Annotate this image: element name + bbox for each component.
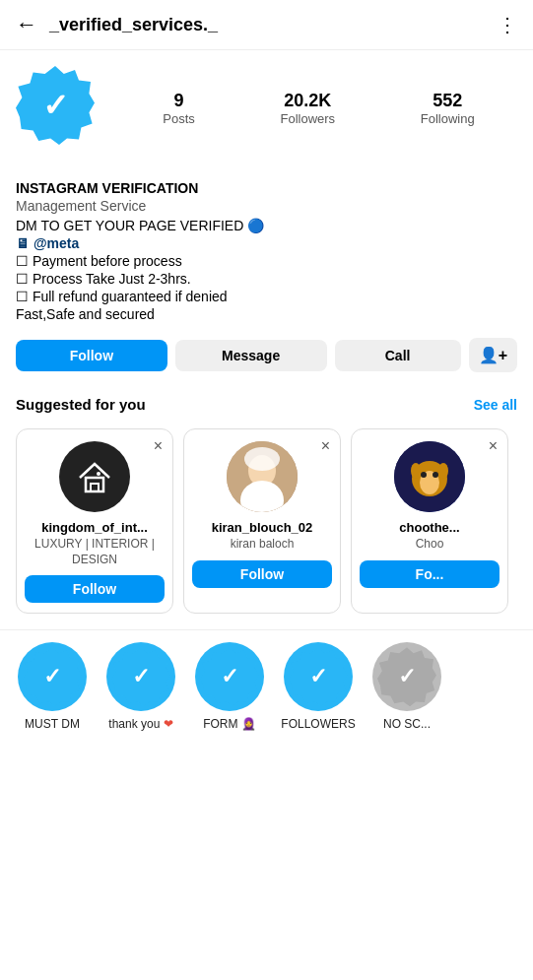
close-card-2-icon[interactable]: × [489,437,498,455]
back-button[interactable]: ← [16,12,37,37]
following-stat[interactable]: 552 Following [421,91,475,126]
avatar: ✓ [16,66,100,151]
card-avatar-1 [227,441,298,512]
header-left: ← _verified_services._ [16,12,218,37]
highlight-label-1: thank you ❤ [108,717,172,731]
highlight-circle-4: ✓ [372,642,441,711]
bio-subtitle: Management Service [16,198,517,214]
suggested-header: Suggested for you See all [0,388,533,421]
bio-name: INSTAGRAM VERIFICATION [16,180,517,196]
card-subtitle-0: LUXURY | INTERIOR | DESIGN [25,537,165,567]
card-subtitle-1: kiran baloch [231,537,295,553]
highlight-label-3: FOLLOWERS [281,717,355,731]
card-username-2: choothe... [399,520,459,535]
highlight-check-1: ✓ [132,664,150,689]
highlight-item-3[interactable]: ✓ FOLLOWERS [274,642,363,731]
highlight-label-0: MUST DM [25,717,80,731]
posts-label: Posts [163,111,195,126]
message-button[interactable]: Message [175,340,327,371]
highlight-item-1[interactable]: ✓ thank you ❤ [97,642,185,731]
highlight-label-4: NO SC... [383,717,431,731]
highlight-check-0: ✓ [43,664,61,689]
call-button[interactable]: Call [335,340,461,371]
highlight-item-0[interactable]: ✓ MUST DM [8,642,97,731]
card-username-1: kiran_blouch_02 [212,520,313,535]
posts-stat: 9 Posts [163,91,195,126]
bio-line4: ☐ Process Take Just 2-3hrs. [16,271,517,287]
close-card-0-icon[interactable]: × [154,437,163,455]
bio-line1: DM TO GET YOUR PAGE VERIFIED 🔵 [16,218,517,233]
bio-meta-link[interactable]: 🖥 @meta [16,235,79,251]
suggested-card-1: × kiran_blouch_02 kiran baloch Follow [183,428,341,614]
following-count: 552 [433,91,462,111]
card-avatar-0 [59,441,130,512]
card-follow-button-2[interactable]: Fo... [360,560,500,588]
card-username-0: kingdom_of_int... [41,520,148,535]
close-card-1-icon[interactable]: × [321,437,330,455]
card-follow-button-0[interactable]: Follow [25,575,165,603]
bio-line5: ☐ Full refund guaranteed if denied [16,289,517,304]
highlights-row: ✓ MUST DM ✓ thank you ❤ ✓ FORM 🧕 ✓ FOLLO… [0,629,533,743]
svg-point-12 [411,463,421,479]
highlight-circle-3: ✓ [284,642,353,711]
suggested-cards: × kingdom_of_int... LUXURY | INTERIOR | … [0,421,533,621]
profile-stats: 9 Posts 20.2K Followers 552 Following [120,91,517,126]
suggested-card-2: × choothe... Choo Fo... [351,428,508,614]
highlight-item-2[interactable]: ✓ FORM 🧕 [185,642,274,731]
highlight-label-2: FORM 🧕 [203,717,256,731]
highlight-item-4[interactable]: ✓ NO SC... [363,642,451,731]
highlight-circle-1: ✓ [106,642,175,711]
card-subtitle-2: Choo [416,537,444,553]
checkmark-icon: ✓ [42,87,69,124]
follow-button[interactable]: Follow [16,340,167,371]
bio-line6: Fast,Safe and secured [16,306,517,322]
bio-line2[interactable]: 🖥 @meta [16,235,517,251]
more-options-icon[interactable]: ⋮ [498,13,517,36]
profile-top: ✓ 9 Posts 20.2K Followers 552 Following [16,66,517,151]
followers-label: Followers [280,111,335,126]
followers-stat[interactable]: 20.2K Followers [280,91,335,126]
svg-point-2 [97,472,100,476]
highlight-circle-0: ✓ [18,642,87,711]
highlight-check-4: ✓ [398,664,416,689]
bio-section: INSTAGRAM VERIFICATION Management Servic… [0,180,533,338]
svg-point-13 [438,463,448,479]
highlight-circle-2: ✓ [195,642,264,711]
profile-section: ✓ 9 Posts 20.2K Followers 552 Following [0,50,533,180]
suggested-title: Suggested for you [16,396,146,413]
add-friend-button[interactable]: 👤+ [469,338,517,372]
svg-point-11 [433,472,438,478]
card-avatar-2 [394,441,465,512]
bio-line3: ☐ Payment before process [16,253,517,269]
highlight-check-2: ✓ [221,664,238,689]
see-all-link[interactable]: See all [474,397,517,413]
card-follow-button-1[interactable]: Follow [192,560,332,588]
highlight-check-3: ✓ [309,664,327,689]
header-username: _verified_services._ [49,15,218,35]
header: ← _verified_services._ ⋮ [0,0,533,50]
verified-badge: ✓ [16,66,95,145]
svg-point-6 [244,447,280,471]
posts-count: 9 [174,91,184,111]
followers-count: 20.2K [284,91,331,111]
action-buttons: Follow Message Call 👤+ [0,338,533,388]
following-label: Following [421,111,475,126]
svg-point-10 [421,472,427,478]
suggested-card-0: × kingdom_of_int... LUXURY | INTERIOR | … [16,428,173,614]
